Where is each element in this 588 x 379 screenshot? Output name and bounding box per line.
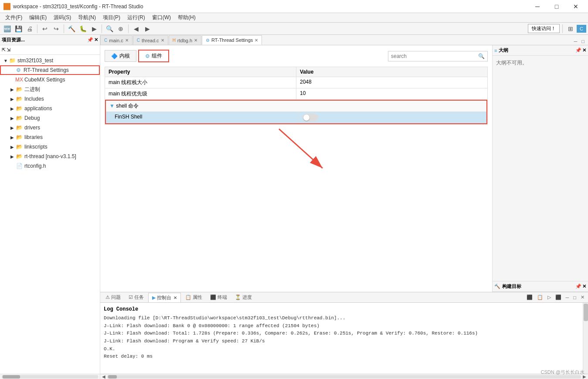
outline-close[interactable]: ✕ (582, 47, 586, 53)
bottom-tab-problems[interactable]: ⚠ 问题 (102, 293, 124, 302)
bottom-ctrl-min[interactable]: ─ (564, 294, 571, 301)
tree-label-binary: 二进制 (24, 86, 100, 93)
maximize-btn[interactable]: □ (548, 0, 565, 13)
tab-close-rtdbg[interactable]: ✕ (194, 38, 197, 43)
tree-item-binary[interactable]: ▶ 📂 二进制 (0, 85, 100, 94)
tab-close-thread-c[interactable]: ✕ (161, 38, 164, 43)
main-stack-value: 2048 (300, 79, 312, 85)
scroll-left-btn[interactable]: ◀ (102, 374, 105, 379)
tab-rtdbg-h[interactable]: H rtdbg.h ✕ (169, 35, 201, 45)
minimize-btn[interactable]: ─ (529, 0, 546, 13)
ref-btn[interactable]: ⊕ (116, 24, 126, 34)
menu-window[interactable]: 窗口(W) (149, 13, 174, 22)
h-scroll-track[interactable] (107, 375, 581, 379)
tab-main-c[interactable]: C main.c ✕ (100, 35, 133, 45)
search-btn[interactable]: 🔍 (104, 24, 115, 34)
quick-access-btn[interactable]: 快速访问！ (528, 24, 560, 33)
menu-run[interactable]: 运行(R) (124, 13, 149, 22)
bottom-ctrl-4[interactable]: ⬛ (554, 294, 563, 301)
menu-navigate[interactable]: 导航(N) (75, 13, 99, 22)
tab-ctrl-min[interactable]: ─ (572, 38, 579, 45)
outline-pin[interactable]: 📌 (575, 47, 581, 53)
print-btn[interactable]: 🖨 (24, 24, 35, 34)
cell-main-priority-value: 10 (296, 88, 487, 99)
debug-btn[interactable]: 🐛 (78, 24, 88, 34)
menu-project[interactable]: 项目(P) (99, 13, 124, 22)
tree-item-linkscripts[interactable]: ▶ 📂 linkscripts (0, 142, 100, 152)
outline-controls: 📌 ✕ (575, 47, 586, 53)
tree-item-drivers[interactable]: ▶ 📂 drivers (0, 123, 100, 132)
tab-close-rt-settings[interactable]: ✕ (255, 38, 258, 43)
sidebar-collapse-btn[interactable]: ⇱ (2, 47, 6, 53)
log-scrollbar[interactable] (583, 303, 588, 374)
tree-item-workspace[interactable]: ▼ 📁 stm32f103_test (0, 56, 100, 65)
bottom-tab-tasks[interactable]: ☑ 任务 (125, 293, 147, 302)
back-btn[interactable]: ◀ (131, 24, 141, 34)
settings-tab-components[interactable]: ⚙ 组件 (138, 50, 169, 62)
bottom-ctrl-3[interactable]: ▷ (546, 294, 553, 301)
tree-item-rt-thread[interactable]: ▶ 📂 rt-thread [nano-v3.1.5] (0, 152, 100, 161)
sidebar-pin-btn[interactable]: 📌 (87, 37, 93, 43)
sidebar-header: 项目资源... 📌 ✕ (0, 35, 100, 45)
tree-item-applications[interactable]: ▶ 📂 applications (0, 104, 100, 113)
bottom-tab-properties[interactable]: 📋 属性 (182, 293, 206, 302)
bottom-ctrl-max[interactable]: □ (571, 294, 578, 301)
tree-item-libraries[interactable]: ▶ 📂 libraries (0, 132, 100, 142)
tab-rt-settings[interactable]: ⚙ RT-Thread Settings ✕ (202, 35, 262, 45)
finsh-toggle[interactable] (302, 114, 318, 122)
log-content[interactable]: Log Console Downloading file [D:\RT-Thre… (100, 303, 583, 374)
tab-icon-thread-c: C (137, 38, 140, 43)
close-btn[interactable]: ✕ (567, 0, 585, 13)
log-line-3: J-Link: Flash download: Program & Verify… (104, 338, 579, 345)
tree-item-includes[interactable]: ▶ 📂 Includes (0, 94, 100, 104)
bottom-ctrl-1[interactable]: ⬛ (525, 294, 534, 301)
sidebar-expand-btn[interactable]: ⇲ (7, 47, 10, 53)
tab-close-main-c[interactable]: ✕ (125, 38, 129, 43)
tree-item-rtconfig[interactable]: 📄 rtconfig.h (0, 161, 100, 171)
build-btn[interactable]: 🔨 (66, 24, 77, 34)
sidebar-scroll-thumb[interactable] (3, 375, 20, 379)
forward-btn[interactable]: ▶ (142, 24, 153, 34)
shell-toggle-icon[interactable]: ▼ (109, 103, 115, 109)
tree-item-cubemx[interactable]: MX CubeMX Settings (0, 75, 100, 85)
bottom-ctrl-2[interactable]: 📋 (535, 294, 545, 301)
build-pin[interactable]: 📌 (575, 284, 581, 289)
bottom-tab-console[interactable]: ▶ 控制台 ✕ (148, 293, 181, 302)
shell-group-container: ▼ shell 命令 FinSH Shell (105, 100, 487, 124)
watermark: CSDN @弓长长白水 (541, 369, 585, 376)
main-content-area: 🔷 内核 ⚙ 组件 🔍 (100, 45, 588, 292)
run-btn[interactable]: ▶ (89, 24, 99, 34)
bottom-tab-terminal[interactable]: ⬛ 终端 (207, 293, 231, 302)
menu-file[interactable]: 文件(F) (2, 13, 26, 22)
tab-icon-main-c: C (104, 38, 107, 43)
perspective-btn[interactable]: ⊞ (565, 24, 576, 34)
tab-thread-c[interactable]: C thread.c ✕ (133, 35, 168, 45)
menu-edit[interactable]: 编辑(E) (26, 13, 50, 22)
tree-label-linkscripts: linkscripts (24, 144, 100, 150)
save-btn[interactable]: 💾 (13, 24, 24, 34)
search-icon[interactable]: 🔍 (476, 53, 487, 59)
tree-item-rt-settings[interactable]: ⚙ RT-Thread Settings (0, 65, 100, 75)
bottom-tab-progress[interactable]: ⏳ 进度 (231, 293, 255, 302)
bottom-h-scrollbar[interactable]: ◀ ▶ (100, 374, 588, 379)
sidebar-close-btn[interactable]: ✕ (94, 37, 98, 43)
undo-btn[interactable]: ↩ (40, 24, 50, 34)
settings-tab-kernel[interactable]: 🔷 内核 (105, 50, 136, 62)
bottom-ctrl-close[interactable]: ✕ (579, 294, 586, 301)
sidebar-scrollbar[interactable] (0, 374, 100, 379)
tree-item-debug[interactable]: ▶ 📂 Debug (0, 113, 100, 123)
new-btn[interactable]: 🆕 (2, 24, 12, 34)
arrow-annotation-area (105, 125, 488, 177)
c-btn[interactable]: C (577, 25, 586, 33)
settings-search-input[interactable] (388, 53, 476, 59)
tree-arrow-libraries: ▶ (10, 135, 16, 140)
menu-source[interactable]: 源码(S) (50, 13, 75, 22)
console-close[interactable]: ✕ (173, 295, 177, 300)
bottom-tabs-bar: ⚠ 问题 ☑ 任务 ▶ 控制台 ✕ 📋 属性 ⬛ 终端 (100, 292, 588, 303)
tab-ctrl-max[interactable]: □ (580, 38, 586, 45)
menu-help[interactable]: 帮助(H) (174, 13, 199, 22)
h-scroll-thumb[interactable] (108, 375, 117, 379)
build-close[interactable]: ✕ (582, 284, 586, 289)
redo-btn[interactable]: ↪ (51, 24, 61, 34)
log-scroll-thumb[interactable] (584, 304, 588, 321)
